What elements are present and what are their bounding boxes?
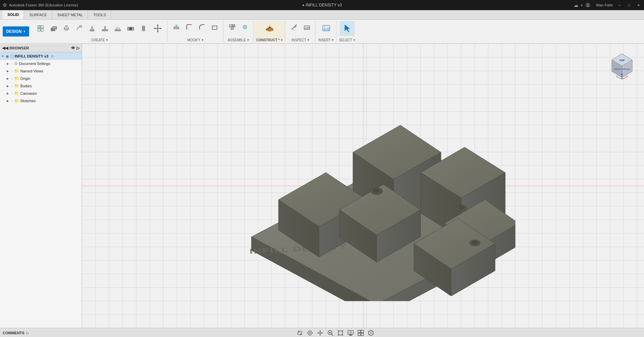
- svg-point-54: [324, 26, 325, 28]
- sketches-visibility-icon[interactable]: ○: [11, 99, 13, 103]
- svg-rect-26: [174, 27, 179, 29]
- design-button[interactable]: DESIGN ▼: [3, 26, 29, 37]
- inspect-analysis-button[interactable]: [301, 21, 313, 33]
- joint-button[interactable]: [239, 21, 251, 33]
- insert-label[interactable]: INSERT ▼: [318, 38, 334, 42]
- tabs-row: SOLID SURFACE SHEET METAL TOOLS: [0, 10, 644, 20]
- construct-label[interactable]: CONSTRUCT * ▼: [256, 38, 283, 42]
- construct-plane-button[interactable]: [262, 21, 277, 36]
- comments-expand-icon[interactable]: ▷: [26, 331, 29, 335]
- browser-collapse-icon[interactable]: ◀◀: [2, 46, 8, 50]
- title-bar: ⚙ Autodesk Fusion 360 (Education License…: [0, 0, 644, 10]
- browser-item-named-views[interactable]: ▶ ○ 📁 Named Views: [0, 67, 82, 75]
- root-component-icon: ⬡: [10, 54, 14, 59]
- tab-tools[interactable]: TOOLS: [89, 10, 111, 19]
- bodies-folder-icon: 📁: [14, 84, 19, 88]
- insert-canvas-button[interactable]: [319, 21, 334, 36]
- browser-item-doc-settings[interactable]: ▶ ○ ⚙ Document Settings: [0, 60, 82, 67]
- orbit-icon[interactable]: [296, 329, 304, 337]
- modify-group: MODIFY ▼: [168, 21, 223, 42]
- svg-rect-16: [115, 30, 121, 31]
- canvases-visibility-icon[interactable]: ○: [11, 92, 13, 95]
- design-label: DESIGN: [6, 29, 22, 34]
- main-toolbar: DESIGN ▼: [0, 20, 644, 43]
- fillet-button[interactable]: [183, 21, 195, 33]
- web-button[interactable]: [112, 22, 124, 35]
- status-nav-icons: [31, 329, 639, 337]
- doc-settings-expand-icon: ▶: [7, 62, 10, 65]
- close-button[interactable]: ✕: [636, 2, 641, 8]
- browser-item-root[interactable]: ▼ ◉ ⬡ INFILL DENSITY v3 ⚙: [0, 52, 82, 60]
- shell-button[interactable]: [209, 21, 221, 33]
- bodies-expand-icon: ▶: [7, 85, 10, 88]
- browser-item-sketches[interactable]: ▶ ○ 📁 Sketches: [0, 97, 82, 105]
- browser-item-canvases[interactable]: ▶ ○ 📁 Canvases: [0, 90, 82, 97]
- tab-solid[interactable]: SOLID: [3, 10, 24, 19]
- chamfer-button[interactable]: [196, 21, 208, 33]
- move-copy-button[interactable]: [150, 21, 165, 36]
- new-assembly-button[interactable]: [226, 21, 238, 33]
- create-label[interactable]: CREATE ▼: [35, 38, 165, 42]
- model-svg: INFILL DENSITY 60 80 20 40 100: [211, 91, 515, 301]
- create-group: CREATE ▼: [32, 21, 168, 42]
- loft-button[interactable]: [86, 22, 98, 35]
- svg-marker-100: [616, 75, 618, 77]
- select-button[interactable]: [340, 21, 355, 36]
- measure-button[interactable]: [288, 21, 300, 33]
- browser-item-origin[interactable]: ▶ ○ 📁 Origin: [0, 75, 82, 82]
- origin-visibility-icon[interactable]: ○: [11, 77, 13, 81]
- named-views-label: Named Views: [20, 69, 43, 73]
- rib-button[interactable]: [99, 22, 111, 35]
- hole-button[interactable]: [125, 22, 137, 35]
- zoom-fit-icon[interactable]: [337, 329, 344, 337]
- construct-arrow-icon: ▼: [280, 39, 283, 42]
- doc-settings-visibility-icon[interactable]: ○: [11, 62, 13, 66]
- grid-settings-icon[interactable]: [357, 329, 364, 337]
- named-views-visibility-icon[interactable]: ○: [11, 69, 13, 73]
- connection-plus[interactable]: +: [580, 2, 583, 8]
- browser-expand-icon[interactable]: ▷: [76, 46, 80, 50]
- look-at-icon[interactable]: [306, 329, 314, 337]
- bodies-label: Bodies: [20, 84, 32, 88]
- minimize-button[interactable]: ─: [617, 2, 622, 8]
- browser-item-bodies[interactable]: ▶ ○ 📁 Bodies: [0, 82, 82, 90]
- cloud-icon[interactable]: ☁: [574, 2, 578, 8]
- extrude-button[interactable]: [47, 22, 60, 35]
- svg-marker-28: [176, 26, 177, 27]
- canvases-label: Canvases: [20, 91, 37, 95]
- display-settings-icon[interactable]: [347, 329, 354, 337]
- root-settings-icon[interactable]: ⚙: [51, 54, 54, 58]
- sweep-button[interactable]: [73, 22, 85, 35]
- thread-button[interactable]: [137, 22, 150, 35]
- sketches-label: Sketches: [20, 99, 36, 103]
- assemble-label[interactable]: ASSEMBLE ▼: [226, 38, 251, 42]
- svg-rect-130: [361, 333, 363, 336]
- new-component-button[interactable]: [35, 22, 47, 35]
- root-visibility-icon[interactable]: ◉: [6, 54, 9, 59]
- pan-icon[interactable]: [316, 329, 324, 337]
- svg-rect-122: [348, 331, 353, 334]
- zoom-icon[interactable]: [327, 329, 334, 337]
- svg-marker-24: [154, 28, 155, 29]
- svg-rect-1: [41, 26, 43, 28]
- svg-line-114: [331, 334, 333, 336]
- svg-rect-129: [358, 333, 360, 336]
- app-title: Autodesk Fusion 360 (Education License): [9, 3, 78, 7]
- maximize-button[interactable]: □: [626, 2, 632, 8]
- view-cube-settings-icon[interactable]: [367, 329, 375, 337]
- tab-surface[interactable]: SURFACE: [25, 10, 52, 19]
- browser-eye-icon[interactable]: 👁: [71, 46, 75, 50]
- svg-marker-111: [317, 332, 319, 334]
- svg-rect-127: [358, 330, 360, 333]
- modify-label[interactable]: MODIFY ▼: [170, 38, 221, 42]
- select-label[interactable]: SELECT ▼: [339, 38, 356, 42]
- bodies-visibility-icon[interactable]: ○: [11, 84, 13, 88]
- viewport[interactable]: INFILL DENSITY 60 80 20 40 100: [82, 44, 644, 328]
- origin-expand-icon: ▶: [7, 77, 10, 80]
- inspect-label[interactable]: INSPECT ▼: [288, 38, 313, 42]
- revolve-button[interactable]: [60, 22, 72, 35]
- nav-cube[interactable]: TOP FRONT RIGHT: [607, 50, 637, 81]
- tab-sheet-metal[interactable]: SHEET METAL: [53, 10, 88, 19]
- svg-rect-46: [294, 25, 296, 27]
- press-pull-button[interactable]: [170, 21, 182, 33]
